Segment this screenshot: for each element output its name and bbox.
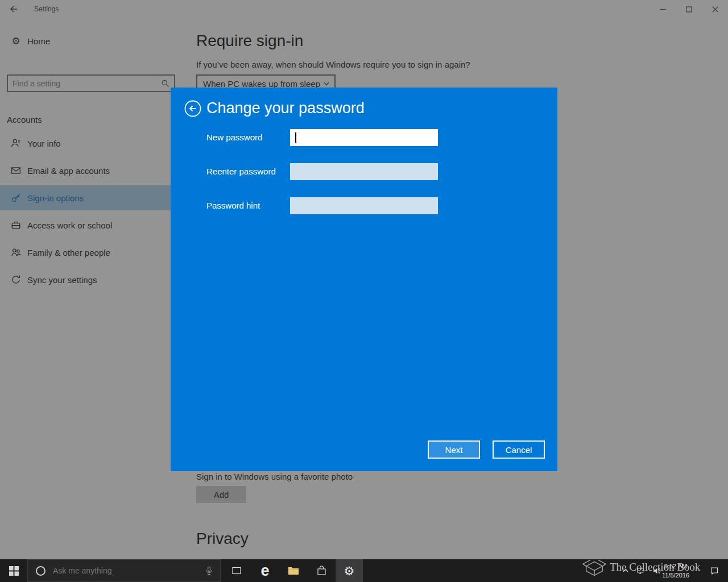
- dialog-title: Change your password: [206, 99, 365, 117]
- action-center-icon[interactable]: [701, 559, 728, 582]
- change-password-dialog: Change your password New password Reente…: [171, 88, 557, 471]
- reenter-password-field-wrap: [290, 163, 438, 180]
- taskbar: e ⚙ 9:52 AM 11/5/2016: [0, 559, 728, 582]
- new-password-label: New password: [206, 129, 262, 146]
- new-password-field-wrap: [290, 129, 438, 146]
- new-password-input[interactable]: [290, 129, 438, 146]
- cortana-search-box[interactable]: [27, 559, 221, 582]
- microphone-icon[interactable]: [205, 566, 213, 576]
- field-row-password-hint: Password hint: [171, 197, 557, 214]
- cortana-icon: [36, 566, 46, 576]
- file-explorer-icon[interactable]: [280, 559, 307, 582]
- store-icon[interactable]: [308, 559, 335, 582]
- task-view-icon[interactable]: [223, 559, 250, 582]
- next-button[interactable]: Next: [428, 440, 480, 459]
- password-hint-field-wrap: [290, 197, 438, 214]
- clock-date: 11/5/2016: [656, 571, 695, 580]
- screen: Settings ⚙ Home Accounts: [0, 0, 728, 582]
- clock-time: 9:52 AM: [656, 562, 695, 571]
- reenter-password-label: Reenter password: [206, 163, 276, 180]
- password-hint-label: Password hint: [206, 197, 260, 214]
- dialog-back-icon[interactable]: [184, 99, 202, 118]
- settings-app-icon[interactable]: ⚙: [336, 559, 363, 582]
- start-button[interactable]: [0, 559, 27, 582]
- network-icon[interactable]: [632, 559, 648, 582]
- cancel-button[interactable]: Cancel: [493, 440, 545, 459]
- field-row-new-password: New password: [171, 129, 557, 146]
- field-row-reenter-password: Reenter password: [171, 163, 557, 180]
- taskbar-clock[interactable]: 9:52 AM 11/5/2016: [656, 562, 695, 580]
- password-hint-input[interactable]: [290, 197, 438, 214]
- text-caret: [295, 132, 296, 143]
- tray-show-hidden-icons[interactable]: [618, 559, 634, 582]
- taskbar-search-input[interactable]: [46, 566, 205, 575]
- reenter-password-input[interactable]: [290, 163, 438, 180]
- edge-browser-icon[interactable]: e: [251, 559, 279, 582]
